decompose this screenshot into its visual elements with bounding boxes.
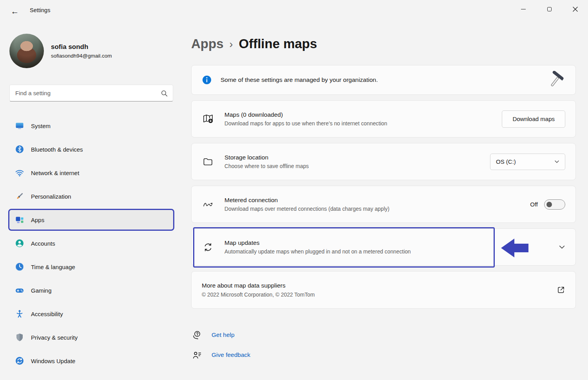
- search-icon: [161, 90, 168, 97]
- window-title: Settings: [30, 7, 50, 13]
- storage-location-card: Storage location Choose where to save of…: [191, 143, 576, 180]
- metered-connection-icon: [202, 199, 214, 210]
- system-icon: [15, 121, 24, 130]
- gaming-icon: [15, 286, 24, 295]
- maximize-icon: [547, 7, 552, 11]
- metered-connection-card: Metered connection Download maps over me…: [191, 186, 576, 223]
- breadcrumb-apps[interactable]: Apps: [191, 36, 224, 51]
- sync-icon: [202, 241, 214, 253]
- metered-toggle-label: Off: [530, 201, 538, 208]
- sidebar-item-label: Gaming: [31, 287, 52, 294]
- main-content: Apps › Offline maps Some of these settin…: [191, 33, 576, 362]
- sidebar-item-time-language[interactable]: Time & language: [9, 257, 173, 277]
- time-language-icon: [15, 262, 24, 271]
- hammer-graphic: [547, 71, 565, 89]
- metered-title: Metered connection: [224, 197, 389, 204]
- map-download-icon: [202, 113, 214, 125]
- sidebar-item-network-internet[interactable]: Network & internet: [9, 163, 173, 183]
- sidebar-item-label: Accessibility: [31, 311, 63, 317]
- maps-description: Download maps for apps to use when there…: [224, 121, 387, 127]
- back-button[interactable]: ←: [7, 5, 23, 18]
- sidebar: sofia sondh sofiasondh94@gmail.com Syste…: [0, 22, 183, 380]
- minimize-icon: [521, 9, 526, 9]
- map-updates-description: Automatically update maps when plugged i…: [224, 249, 411, 255]
- feedback-icon: [192, 350, 202, 360]
- minimize-button[interactable]: [510, 0, 536, 18]
- suppliers-copyright: © 2022 Microsoft Corporation, © 2022 Tom…: [202, 292, 315, 298]
- give-feedback-link[interactable]: Give feedback: [212, 351, 250, 358]
- suppliers-title: More about map data suppliers: [202, 282, 315, 289]
- banner-text: Some of these settings are managed by yo…: [221, 76, 378, 83]
- sidebar-item-accounts[interactable]: Accounts: [9, 233, 173, 253]
- metered-description: Download maps over metered connections (…: [224, 206, 389, 212]
- storage-title: Storage location: [224, 154, 309, 161]
- sidebar-item-label: Network & internet: [31, 170, 79, 176]
- get-help-icon: [192, 330, 202, 340]
- accounts-icon: [15, 239, 24, 248]
- page-title: Offline maps: [239, 36, 317, 51]
- chevron-down-icon[interactable]: [559, 244, 565, 250]
- sidebar-item-label: Time & language: [31, 264, 75, 270]
- windows-update-icon: [15, 356, 24, 366]
- sidebar-nav: System Bluetooth & devices Network & int…: [9, 116, 173, 371]
- apps-icon: [15, 215, 24, 224]
- external-link-icon: [557, 286, 565, 294]
- maps-card: Maps (0 downloaded) Download maps for ap…: [191, 100, 576, 138]
- sidebar-item-label: Accounts: [31, 240, 55, 247]
- profile-name: sofia sondh: [51, 43, 112, 51]
- privacy-security-icon: [15, 333, 24, 342]
- get-help-row: Get help: [192, 328, 576, 342]
- sidebar-item-label: Bluetooth & devices: [31, 146, 83, 153]
- map-data-suppliers-card[interactable]: More about map data suppliers © 2022 Mic…: [191, 271, 576, 309]
- storage-location-dropdown[interactable]: OS (C:): [490, 154, 565, 170]
- avatar: [9, 34, 44, 68]
- get-help-link[interactable]: Get help: [212, 331, 235, 338]
- download-maps-button[interactable]: Download maps: [502, 110, 565, 128]
- network-icon: [15, 168, 24, 177]
- sidebar-item-apps[interactable]: Apps: [9, 210, 173, 230]
- bluetooth-icon: [15, 145, 24, 154]
- info-icon: [202, 75, 212, 85]
- search-input[interactable]: [10, 85, 173, 101]
- sidebar-item-label: Apps: [31, 217, 44, 223]
- sidebar-item-privacy-security[interactable]: Privacy & security: [9, 328, 173, 347]
- profile-email: sofiasondh94@gmail.com: [51, 53, 112, 59]
- sidebar-item-label: Personalization: [31, 193, 71, 200]
- map-updates-title: Map updates: [224, 239, 411, 246]
- user-profile[interactable]: sofia sondh sofiasondh94@gmail.com: [9, 34, 173, 68]
- sidebar-item-system[interactable]: System: [9, 116, 173, 136]
- window-controls: [510, 0, 588, 18]
- sidebar-item-label: System: [31, 123, 51, 129]
- folder-icon: [203, 156, 213, 167]
- organization-banner: Some of these settings are managed by yo…: [191, 65, 576, 95]
- toggle-knob: [546, 202, 552, 207]
- sidebar-item-label: Windows Update: [31, 358, 75, 364]
- maps-title: Maps (0 downloaded): [224, 111, 387, 118]
- search-box: [9, 85, 173, 101]
- sidebar-item-accessibility[interactable]: Accessibility: [9, 304, 173, 324]
- maximize-button[interactable]: [536, 0, 562, 18]
- close-button[interactable]: [562, 0, 588, 18]
- sidebar-item-personalization[interactable]: Personalization: [9, 186, 173, 206]
- sidebar-item-gaming[interactable]: Gaming: [9, 280, 173, 300]
- titlebar: ← Settings: [0, 0, 588, 22]
- close-icon: [573, 7, 578, 12]
- help-links: Get help Give feedback: [191, 328, 576, 362]
- sidebar-item-bluetooth-devices[interactable]: Bluetooth & devices: [9, 139, 173, 159]
- accessibility-icon: [15, 309, 24, 318]
- annotation-arrow: [501, 238, 528, 258]
- give-feedback-row: Give feedback: [192, 348, 576, 362]
- sidebar-item-label: Privacy & security: [31, 334, 78, 341]
- personalization-icon: [15, 192, 24, 201]
- breadcrumb: Apps › Offline maps: [191, 33, 576, 55]
- map-updates-card[interactable]: Map updates Automatically update maps wh…: [191, 228, 576, 266]
- sidebar-item-windows-update[interactable]: Windows Update: [9, 351, 173, 371]
- storage-location-value: OS (C:): [496, 158, 516, 165]
- chevron-down-icon: [554, 159, 559, 164]
- metered-toggle[interactable]: [544, 199, 565, 210]
- breadcrumb-separator-icon: ›: [230, 37, 233, 51]
- storage-description: Choose where to save offline maps: [224, 163, 309, 169]
